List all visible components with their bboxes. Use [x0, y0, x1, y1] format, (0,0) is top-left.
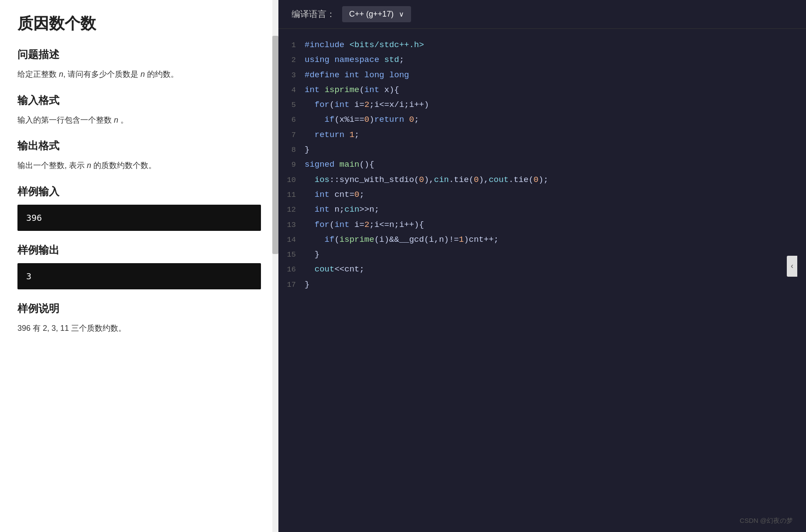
- code-line-11: 11 int cnt=0;: [278, 187, 806, 202]
- input-format-text: 输入的第一行包含一个整数 n 。: [17, 113, 261, 127]
- collapse-panel-button[interactable]: ‹: [787, 256, 797, 277]
- left-scrollbar[interactable]: [272, 0, 278, 532]
- right-panel: 编译语言： C++ (g++17) ∨ 1 #include <bits/std…: [278, 0, 806, 532]
- code-line-6: 6 if(x%i==0)return 0;: [278, 112, 806, 127]
- code-editor[interactable]: 1 #include <bits/stdc++.h> 2 using names…: [278, 29, 806, 532]
- code-line-17: 17 }: [278, 277, 806, 292]
- code-line-9: 9 signed main(){: [278, 157, 806, 172]
- code-line-5: 5 for(int i=2;i<=x/i;i++): [278, 97, 806, 112]
- chevron-left-icon: ‹: [791, 261, 793, 271]
- page-title: 质因数个数: [17, 13, 261, 34]
- problem-desc-heading: 问题描述: [17, 48, 261, 62]
- sample-explanation-heading: 样例说明: [17, 302, 261, 316]
- sample-input-heading: 样例输入: [17, 185, 261, 199]
- code-line-12: 12 int n;cin>>n;: [278, 202, 806, 217]
- problem-desc-text: 给定正整数 n, 请问有多少个质数是 n 的约数。: [17, 68, 261, 81]
- sample-input-code: 396: [17, 205, 261, 231]
- output-format-text: 输出一个整数, 表示 n 的质数约数个数。: [17, 159, 261, 172]
- left-panel: 质因数个数 问题描述 给定正整数 n, 请问有多少个质数是 n 的约数。 输入格…: [0, 0, 278, 532]
- sample-explanation-text: 396 有 2, 3, 11 三个质数约数。: [17, 322, 261, 335]
- code-line-7: 7 return 1;: [278, 127, 806, 142]
- code-line-4: 4 int isprime(int x){: [278, 82, 806, 97]
- input-format-heading: 输入格式: [17, 93, 261, 107]
- toolbar: 编译语言： C++ (g++17) ∨: [278, 0, 806, 29]
- sample-output-heading: 样例输出: [17, 243, 261, 257]
- watermark: CSDN @幻夜の梦: [740, 517, 793, 525]
- code-line-15: 15 }: [278, 247, 806, 262]
- chevron-down-icon: ∨: [399, 10, 404, 18]
- sample-output-code: 3: [17, 263, 261, 289]
- output-format-heading: 输出格式: [17, 139, 261, 153]
- code-line-10: 10 ios::sync_with_stdio(0),cin.tie(0),co…: [278, 172, 806, 187]
- code-line-1: 1 #include <bits/stdc++.h>: [278, 38, 806, 52]
- code-line-8: 8 }: [278, 142, 806, 157]
- code-line-3: 3 #define int long long: [278, 68, 806, 82]
- code-line-2: 2 using namespace std;: [278, 52, 806, 67]
- language-label: 编译语言：: [292, 8, 335, 20]
- language-value: C++ (g++17): [349, 10, 394, 19]
- language-select[interactable]: C++ (g++17) ∨: [342, 6, 411, 22]
- code-line-14: 14 if(isprime(i)&&__gcd(i,n)!=1)cnt++;: [278, 232, 806, 247]
- code-line-16: 16 cout<<cnt;: [278, 262, 806, 277]
- left-scrollbar-thumb[interactable]: [272, 36, 278, 254]
- code-line-13: 13 for(int i=2;i<=n;i++){: [278, 217, 806, 232]
